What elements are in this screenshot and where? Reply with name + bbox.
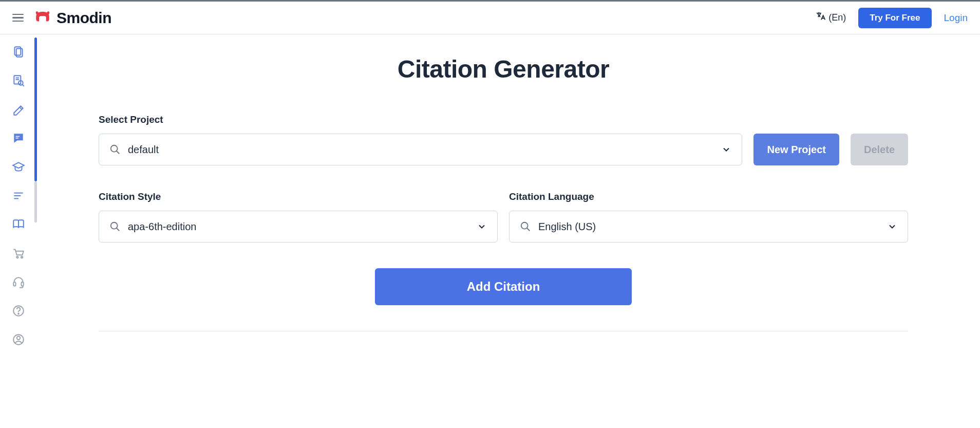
svg-point-18 — [21, 256, 23, 258]
select-project-label: Select Project — [99, 114, 742, 125]
page-title: Citation Generator — [99, 55, 908, 83]
sidebar-item-education[interactable] — [11, 160, 26, 174]
svg-point-3 — [44, 16, 46, 18]
divider — [99, 331, 908, 331]
svg-rect-20 — [21, 282, 23, 286]
chevron-down-icon — [477, 221, 487, 232]
svg-rect-13 — [16, 138, 18, 139]
svg-line-30 — [527, 228, 530, 231]
svg-point-24 — [17, 337, 21, 340]
svg-point-25 — [111, 145, 118, 152]
language-label: (En) — [828, 12, 846, 23]
citation-language-value: English (US) — [538, 221, 880, 233]
sidebar-item-citations[interactable] — [11, 217, 26, 232]
svg-rect-12 — [16, 136, 20, 137]
language-switcher[interactable]: (En) — [815, 11, 846, 25]
svg-rect-19 — [13, 282, 15, 286]
sidebar-item-support[interactable] — [11, 275, 26, 289]
svg-point-17 — [16, 256, 18, 258]
header: Smodin (En) Try For Free Login — [0, 2, 980, 34]
login-link[interactable]: Login — [944, 12, 968, 24]
svg-line-26 — [117, 151, 120, 154]
sidebar-item-help[interactable] — [11, 304, 26, 318]
search-icon — [109, 144, 121, 155]
smodin-logo-icon — [34, 8, 51, 28]
citation-style-label: Citation Style — [99, 191, 498, 202]
svg-point-29 — [521, 222, 528, 229]
brand-logo[interactable]: Smodin — [34, 8, 111, 28]
translate-icon — [815, 11, 826, 25]
svg-point-22 — [18, 313, 19, 314]
svg-line-28 — [117, 228, 120, 231]
sidebar-item-summarize[interactable] — [11, 189, 26, 203]
search-icon — [109, 221, 121, 232]
citation-style-select[interactable]: apa-6th-edition — [99, 211, 498, 243]
citation-language-label: Citation Language — [509, 191, 908, 202]
search-icon — [520, 221, 531, 232]
menu-toggle-button[interactable] — [12, 14, 24, 22]
delete-button: Delete — [851, 134, 908, 165]
chevron-down-icon — [887, 221, 897, 232]
svg-point-2 — [40, 16, 42, 18]
sidebar-item-chat[interactable] — [11, 131, 26, 145]
sidebar-item-research[interactable] — [11, 73, 26, 88]
sidebar-item-cart[interactable] — [11, 246, 26, 260]
svg-point-27 — [111, 222, 118, 229]
main-content: Citation Generator Select Project defaul… — [37, 34, 980, 357]
sidebar — [0, 34, 37, 357]
citation-language-select[interactable]: English (US) — [509, 211, 908, 243]
project-select[interactable]: default — [99, 134, 742, 165]
chevron-down-icon — [721, 144, 731, 155]
sidebar-item-account[interactable] — [11, 332, 26, 347]
sidebar-item-rewrite[interactable] — [11, 102, 26, 117]
sidebar-scroll-thumb[interactable] — [34, 38, 37, 181]
svg-line-10 — [23, 85, 24, 86]
sidebar-item-documents[interactable] — [11, 45, 26, 59]
project-select-value: default — [128, 144, 714, 156]
try-for-free-button[interactable]: Try For Free — [858, 8, 931, 28]
add-citation-button[interactable]: Add Citation — [375, 268, 632, 305]
brand-name: Smodin — [56, 9, 111, 27]
citation-style-value: apa-6th-edition — [128, 221, 469, 233]
new-project-button[interactable]: New Project — [753, 134, 839, 165]
sidebar-scroll-track — [34, 181, 37, 222]
